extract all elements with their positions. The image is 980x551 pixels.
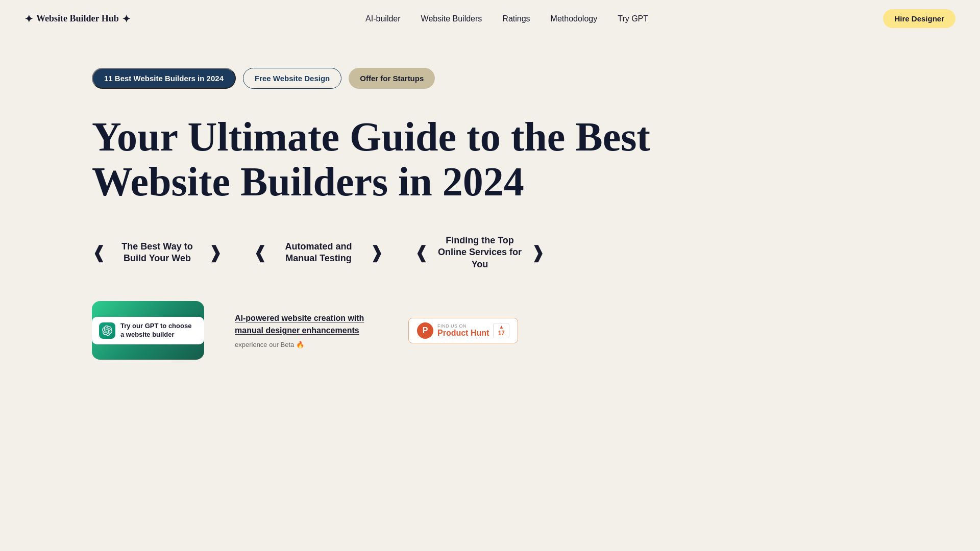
logo-laurel-right: ✦ (122, 13, 131, 25)
vote-count: 17 (498, 330, 505, 337)
badge-text-2: Automated and Manual Testing (273, 241, 364, 265)
hire-designer-button[interactable]: Hire Designer (883, 9, 955, 28)
gpt-card-inner[interactable]: Try our GPT to choose a website builder (92, 317, 204, 344)
pill-row: 11 Best Website Builders in 2024 Free We… (92, 68, 888, 89)
nav-ratings[interactable]: Ratings (502, 14, 530, 23)
ai-desc-sub: experience our Beta 🔥 (235, 341, 378, 348)
product-hunt-name: Product Hunt (437, 329, 489, 338)
product-hunt-text-block: FIND US ON Product Hunt (437, 323, 489, 338)
bottom-row: Try our GPT to choose a website builder … (92, 301, 888, 360)
nav-ai-builder[interactable]: AI-builder (365, 14, 400, 23)
nav-try-gpt[interactable]: Try GPT (618, 14, 648, 23)
nav-website-builders[interactable]: Website Builders (421, 14, 482, 23)
product-hunt-icon: P (417, 322, 433, 339)
logo[interactable]: ✦ Website Builder Hub ✦ (24, 13, 131, 25)
laurel-left-icon-2: ❰ (253, 244, 267, 261)
gpt-card-text: Try our GPT to choose a website builder (120, 322, 197, 339)
product-hunt-vote[interactable]: ▲ 17 (493, 323, 509, 338)
laurel-right-icon-3: ❱ (531, 244, 545, 261)
logo-laurel-left: ✦ (24, 13, 33, 25)
main-heading: Your Ultimate Guide to the Best Website … (92, 114, 653, 204)
badge-item-3: ❰ Finding the Top Online Services for Yo… (414, 235, 545, 270)
badge-item-1: ❰ The Best Way to Build Your Web ❱ (92, 241, 223, 265)
pill-startups[interactable]: Offer for Startups (349, 68, 435, 89)
laurel-right-icon-1: ❱ (208, 244, 223, 261)
badges-row: ❰ The Best Way to Build Your Web ❱ ❰ Aut… (92, 235, 888, 270)
ai-desc-main[interactable]: AI-powered website creation with manual … (235, 312, 378, 337)
badge-item-2: ❰ Automated and Manual Testing ❱ (253, 241, 384, 265)
hero-section: 11 Best Website Builders in 2024 Free We… (0, 37, 980, 380)
badge-text-1: The Best Way to Build Your Web (111, 241, 203, 265)
upvote-arrow-icon: ▲ (499, 324, 504, 330)
laurel-left-icon-1: ❰ (92, 244, 106, 261)
pill-free-design[interactable]: Free Website Design (243, 68, 341, 89)
laurel-left-icon-3: ❰ (414, 244, 429, 261)
nav-links: AI-builder Website Builders Ratings Meth… (365, 14, 648, 23)
product-hunt-find-us: FIND US ON (437, 323, 489, 329)
ai-description: AI-powered website creation with manual … (235, 312, 378, 348)
gpt-card[interactable]: Try our GPT to choose a website builder (92, 301, 204, 360)
product-hunt-badge[interactable]: P FIND US ON Product Hunt ▲ 17 (408, 318, 518, 343)
laurel-right-icon-2: ❱ (370, 244, 384, 261)
navbar: ✦ Website Builder Hub ✦ AI-builder Websi… (0, 0, 980, 37)
pill-best-builders[interactable]: 11 Best Website Builders in 2024 (92, 68, 236, 89)
badge-text-3: Finding the Top Online Services for You (434, 235, 526, 270)
nav-methodology[interactable]: Methodology (551, 14, 598, 23)
logo-text: Website Builder Hub (36, 13, 119, 24)
openai-icon (99, 322, 115, 339)
